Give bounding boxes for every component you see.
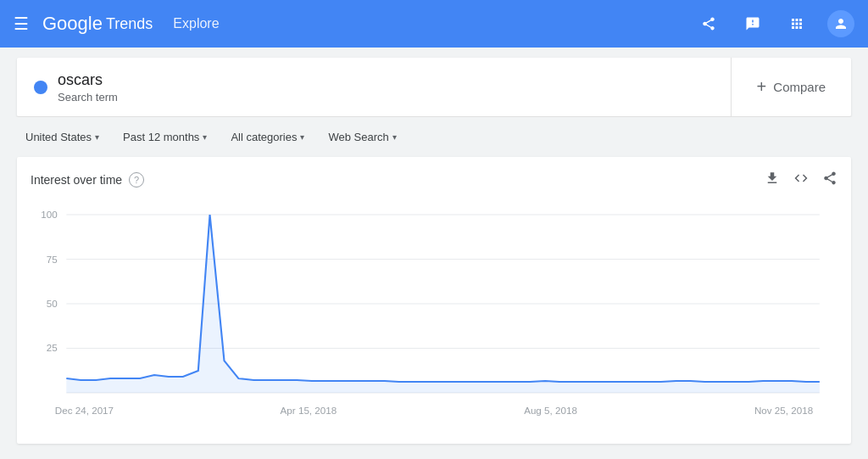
region-chevron-icon: ▾: [95, 132, 99, 142]
chart-title: Interest over time: [31, 173, 122, 187]
svg-text:Nov 25, 2018: Nov 25, 2018: [754, 406, 813, 416]
svg-text:25: 25: [47, 343, 58, 353]
apps-icon[interactable]: [783, 10, 810, 37]
svg-text:Aug 5, 2018: Aug 5, 2018: [524, 406, 577, 416]
search-type-chevron-icon: ▾: [392, 132, 397, 142]
chart-header: Interest over time ?: [31, 171, 837, 189]
period-chevron-icon: ▾: [203, 132, 207, 142]
search-area: oscars Search term + Compare: [17, 58, 851, 117]
chart-title-row: Interest over time ?: [31, 172, 144, 188]
svg-text:50: 50: [47, 299, 58, 309]
svg-text:100: 100: [41, 210, 57, 220]
help-icon[interactable]: ?: [129, 172, 144, 188]
filter-bar: United States ▾ Past 12 months ▾ All cat…: [0, 117, 868, 157]
region-filter[interactable]: United States ▾: [17, 126, 108, 148]
menu-icon[interactable]: ☰: [14, 14, 29, 34]
share-chart-icon[interactable]: [822, 171, 837, 189]
svg-text:Dec 24, 2017: Dec 24, 2017: [55, 406, 114, 416]
logo-trends: Trends: [106, 15, 153, 33]
search-term-dot: [34, 81, 47, 94]
categories-label: All categories: [231, 131, 297, 143]
compare-section[interactable]: + Compare: [732, 58, 851, 116]
trend-chart: 100 75 50 25 Dec 24, 2017 Apr 15, 2018 A…: [31, 198, 837, 435]
header-actions: [695, 10, 854, 37]
share-icon[interactable]: [695, 10, 722, 37]
search-term-section: oscars Search term: [17, 58, 732, 116]
logo: Google Trends: [42, 13, 153, 35]
svg-text:75: 75: [47, 255, 58, 265]
search-term-type: Search term: [58, 91, 118, 104]
feedback-icon[interactable]: [739, 10, 766, 37]
period-filter[interactable]: Past 12 months ▾: [114, 126, 215, 148]
categories-filter[interactable]: All categories ▾: [222, 126, 313, 148]
region-label: United States: [25, 131, 92, 143]
search-type-filter[interactable]: Web Search ▾: [320, 126, 404, 148]
period-label: Past 12 months: [123, 131, 199, 143]
chart-section: Interest over time ?: [17, 157, 851, 444]
user-avatar[interactable]: [827, 10, 854, 37]
search-type-label: Web Search: [328, 131, 388, 143]
categories-chevron-icon: ▾: [300, 132, 304, 142]
compare-plus-icon: +: [757, 77, 767, 97]
logo-google: Google: [42, 13, 103, 35]
search-term-name[interactable]: oscars: [58, 71, 118, 89]
download-icon[interactable]: [765, 171, 780, 189]
chart-container: 100 75 50 25 Dec 24, 2017 Apr 15, 2018 A…: [31, 198, 837, 435]
compare-label: Compare: [773, 80, 826, 94]
svg-text:Apr 15, 2018: Apr 15, 2018: [281, 406, 337, 416]
chart-actions: [765, 171, 837, 189]
app-header: ☰ Google Trends Explore: [0, 0, 868, 48]
search-term-info: oscars Search term: [58, 71, 118, 104]
embed-icon[interactable]: [793, 171, 809, 189]
explore-label: Explore: [173, 16, 219, 31]
